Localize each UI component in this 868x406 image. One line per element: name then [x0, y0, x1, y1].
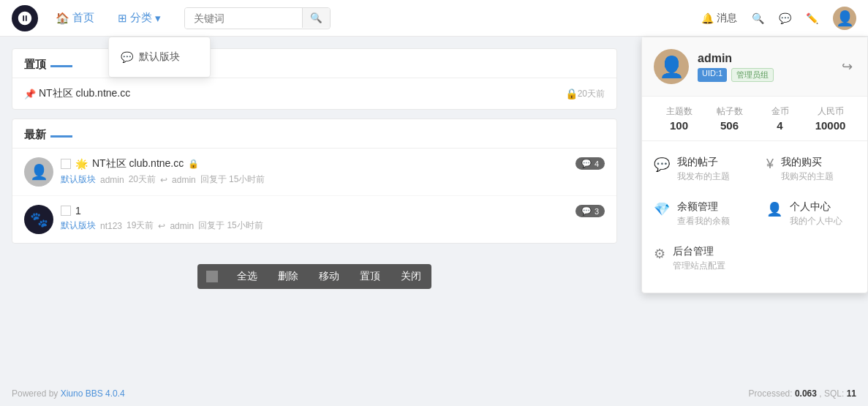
table-row: 📌 NT社区 club.ntne.cc 🔒 20天前	[12, 78, 616, 109]
select-all-button[interactable]: 全选	[227, 264, 268, 289]
stat-topics-value: 100	[654, 119, 704, 132]
balance-icon: 💎	[654, 201, 670, 217]
menu-admin-sub: 管理站点配置	[673, 260, 725, 272]
footer-left: Powered by Xiuno BBS 4.0.4	[12, 388, 125, 399]
user-avatar-button[interactable]: 👤	[833, 7, 856, 30]
logout-button[interactable]: ↪	[839, 56, 856, 78]
nav-home[interactable]: 🏠 首页	[50, 8, 100, 28]
edit-button[interactable]: ✏️	[806, 12, 818, 24]
header: 🏠 首页 ⊞ 分类 ▾ 🔍 🔔 消息 🔍 💬 ✏️ 👤	[0, 0, 868, 37]
post-checkbox-1[interactable]	[61, 159, 71, 169]
delete-button[interactable]: 删除	[268, 264, 309, 289]
username: admin	[698, 52, 830, 65]
dropdown-item-label: 默认版块	[139, 50, 180, 64]
menu-my-purchases[interactable]: ¥ 我的购买 我购买的主题	[755, 147, 867, 192]
stat-posts: 帖子数 506	[704, 105, 755, 132]
menu-my-posts[interactable]: 💬 我的帖子 我发布的主题	[642, 147, 755, 192]
menu-admin[interactable]: ⚙ 后台管理 管理站点配置	[642, 236, 867, 281]
user-menu: 💬 我的帖子 我发布的主题 ¥ 我的购买 我购买的主题 💎 余额管理 查看我的	[642, 141, 867, 287]
lock-icon: 🔒	[565, 88, 578, 99]
menu-balance-sub: 查看我的余额	[677, 215, 730, 228]
menu-my-posts-title: 我的帖子	[677, 156, 730, 169]
header-right: 🔔 消息 🔍 💬 ✏️ 👤	[701, 7, 856, 30]
post-author-2: nt123	[100, 221, 122, 231]
move-button[interactable]: 移动	[309, 264, 350, 289]
menu-my-posts-text: 我的帖子 我发布的主题	[677, 156, 730, 183]
pin-icon: 📌	[24, 89, 36, 99]
nav-category[interactable]: ⊞ 分类 ▾	[112, 8, 167, 28]
post-author-1: admin	[100, 175, 124, 185]
menu-profile-sub: 我的个人中心	[790, 215, 842, 228]
reply-count-2: 💬 3	[575, 205, 605, 217]
stat-rmb-value: 10000	[805, 119, 856, 132]
powered-by-label: Powered by	[12, 388, 61, 399]
post-meta-2: 默认版块 nt123 19天前 ↩ admin 回复于 15小时前	[61, 219, 568, 232]
stat-rmb-label: 人民币	[805, 105, 856, 118]
latest-title: 最新	[24, 128, 605, 142]
post-avatar-2: 🐾	[24, 205, 53, 234]
dropdown-item-default[interactable]: 💬 默认版块	[109, 43, 210, 71]
processed-value: 0.063	[795, 388, 817, 399]
logo[interactable]	[12, 5, 38, 31]
latest-title-wrap: 最新	[24, 128, 605, 142]
post-name-2[interactable]: 1	[75, 205, 81, 217]
notification-button[interactable]: 🔔 消息	[701, 12, 737, 25]
user-panel: 👤 admin UID:1 管理员组 ↪ 主题数 100 帖子数 506 金币 …	[641, 37, 868, 293]
list-item: 🐾 1 默认版块 nt123 19天前 ↩ admin 回复于 15小时前 💬	[12, 196, 616, 243]
search-header-button[interactable]: 🔍	[752, 12, 764, 24]
category-dropdown: 💬 默认版块	[108, 37, 211, 78]
nav-home-label: 首页	[72, 11, 94, 25]
chat-button[interactable]: 💬	[779, 12, 791, 24]
purchase-icon: ¥	[766, 157, 774, 172]
close-button[interactable]: 关闭	[390, 264, 431, 289]
pin-button[interactable]: 置顶	[350, 264, 390, 289]
home-icon: 🏠	[56, 12, 69, 25]
chat-bubble-icon: 💬	[121, 51, 133, 63]
stat-gold: 金币 4	[755, 105, 805, 132]
menu-profile-title: 个人中心	[790, 200, 842, 214]
user-info: admin UID:1 管理员组	[698, 52, 830, 82]
menu-admin-title: 后台管理	[673, 245, 725, 258]
reply-count-value-2: 3	[595, 207, 599, 216]
user-badges: UID:1 管理员组	[698, 68, 830, 82]
stat-topics-label: 主题数	[654, 105, 704, 118]
reply-author-2: admin	[170, 221, 194, 231]
topic-time: 20天前	[578, 88, 605, 100]
menu-balance[interactable]: 💎 余额管理 查看我的余额	[642, 192, 755, 236]
reply-time-1: 回复于 15小时前	[200, 173, 265, 186]
post-checkbox-2[interactable]	[61, 206, 71, 216]
notification-label: 消息	[717, 12, 737, 25]
app-name-link[interactable]: Xiuno BBS 4.0.4	[61, 388, 125, 399]
menu-my-purchases-text: 我的购买 我购买的主题	[781, 156, 834, 183]
menu-balance-title: 余额管理	[677, 200, 730, 214]
menu-row-2: 💎 余额管理 查看我的余额 👤 个人中心 我的个人中心	[642, 192, 867, 236]
post-title-1: 🌟 NT社区 club.ntne.cc 🔒	[61, 157, 568, 170]
block-tag-2[interactable]: 默认版块	[61, 219, 96, 232]
menu-my-posts-sub: 我发布的主题	[677, 170, 730, 183]
user-panel-avatar: 👤	[654, 49, 689, 84]
latest-section: 最新 👤 🌟 NT社区 club.ntne.cc 🔒 默认版块 admin 20…	[12, 119, 617, 244]
topic-link[interactable]: NT社区 club.ntne.cc	[39, 87, 562, 100]
reply-count-1: 💬 4	[575, 157, 605, 170]
toolbar: 全选 删除 移动 置顶 关闭	[12, 252, 617, 301]
reply-arrow-2: ↩	[158, 221, 165, 231]
search-input[interactable]	[185, 8, 302, 29]
reply-arrow-1: ↩	[160, 175, 167, 185]
lock-icon-1: 🔒	[188, 159, 199, 169]
list-item: 👤 🌟 NT社区 club.ntne.cc 🔒 默认版块 admin 20天前 …	[12, 149, 616, 196]
sql-value: 11	[847, 388, 856, 399]
post-name-1[interactable]: NT社区 club.ntne.cc	[92, 157, 184, 170]
block-tag-1[interactable]: 默认版块	[61, 173, 96, 186]
admin-icon: ⚙	[654, 246, 665, 262]
select-all-checkbox[interactable]	[206, 271, 218, 282]
latest-section-header: 最新	[12, 119, 616, 149]
search-box: 🔍	[184, 7, 331, 29]
post-content-2: 1 默认版块 nt123 19天前 ↩ admin 回复于 15小时前	[61, 205, 568, 232]
menu-my-purchases-title: 我的购买	[781, 156, 834, 169]
search-button[interactable]: 🔍	[302, 8, 330, 28]
stat-rmb: 人民币 10000	[805, 105, 856, 132]
stat-posts-label: 帖子数	[704, 105, 755, 118]
menu-profile[interactable]: 👤 个人中心 我的个人中心	[755, 192, 867, 236]
bell-icon: 🔔	[701, 12, 714, 24]
reply-author-1: admin	[172, 175, 196, 185]
